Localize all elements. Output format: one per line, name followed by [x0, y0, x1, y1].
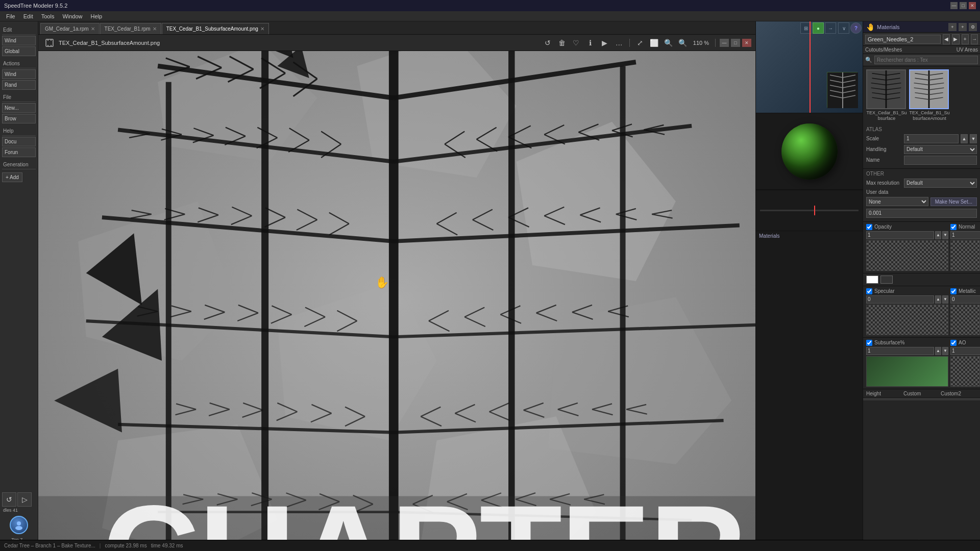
scale-up-btn[interactable]: ▲ — [961, 134, 968, 143]
wind-btn-edit[interactable]: Wind — [2, 36, 36, 45]
browse-btn[interactable]: Brow — [2, 114, 36, 123]
max-res-row: Max resolution Default — [866, 179, 977, 188]
tool-icons-row: ↺ ▷ — [2, 492, 36, 507]
opacity-down-btn[interactable]: ▼ — [942, 231, 948, 239]
none-row: None Make New Set... — [866, 196, 977, 207]
tex-thumb-0-label: TEX_Cedar_B1_Su bsurface — [866, 110, 907, 121]
scale-input[interactable] — [904, 134, 959, 143]
tab-2-close[interactable]: ✕ — [260, 26, 264, 32]
menu-help[interactable]: Help — [87, 12, 107, 20]
mat-transfer-btn[interactable]: → — [971, 34, 978, 44]
opacity-value-input[interactable] — [866, 231, 934, 239]
forum-btn[interactable]: Forun — [2, 147, 36, 157]
normal-value-input[interactable] — [950, 231, 980, 239]
tab-0[interactable]: GM_Cedar_1a.rpm ✕ — [40, 23, 100, 34]
name-input[interactable] — [904, 156, 977, 165]
color-swatch-white[interactable] — [866, 276, 878, 284]
viewer-max-btn[interactable]: □ — [731, 39, 740, 47]
specular-check[interactable] — [866, 288, 872, 294]
viewer-reset-btn[interactable]: ↺ — [542, 37, 554, 48]
tab-1[interactable]: TEX_Cedar_B1.rpm ✕ — [100, 23, 161, 34]
opacity-up-btn[interactable]: ▲ — [935, 231, 941, 239]
mat-add-material-btn[interactable]: + — [962, 34, 969, 44]
name-row: Name — [866, 156, 977, 165]
specular-value-input[interactable] — [866, 295, 934, 304]
normal-title: Normal — [950, 224, 980, 230]
opacity-check[interactable] — [866, 224, 872, 230]
make-new-set-btn[interactable]: Make New Set... — [930, 197, 977, 206]
tab-0-close[interactable]: ✕ — [91, 26, 95, 32]
global-btn[interactable]: Global — [2, 46, 36, 56]
max-res-select[interactable]: Default — [904, 179, 977, 188]
normal-check[interactable] — [950, 224, 957, 230]
maximize-btn[interactable]: □ — [960, 2, 967, 9]
subsurface-check[interactable] — [866, 340, 872, 346]
metallic-value-input[interactable] — [950, 295, 980, 304]
subsurface-value-input[interactable] — [866, 347, 934, 355]
ao-check[interactable] — [950, 340, 957, 346]
timeline-bar[interactable] — [760, 210, 859, 211]
tab-2[interactable]: TEX_Cedar_B1_SubsurfaceAmount.png ✕ — [162, 23, 269, 34]
opacity-normal-channels: Opacity ▲ ▼ Normal ▲ ▼ — [863, 222, 980, 273]
rand-btn[interactable]: Rand — [2, 80, 36, 90]
specular-up-btn[interactable]: ▲ — [935, 295, 941, 304]
panel-resize-handle[interactable] — [863, 398, 980, 400]
texture-image: CHAPTER ⊕ CEDAR TREES 大人素材网 — [38, 51, 755, 551]
viewer-frame-btn[interactable] — [42, 37, 57, 48]
texture-canvas: CHAPTER ⊕ CEDAR TREES 大人素材网 ✋ — [38, 51, 755, 551]
viewer-fullscreen-btn[interactable]: ⬜ — [648, 37, 660, 48]
cutouts-uv-row: Cutouts/Meshes UV Areas — [863, 46, 980, 54]
viewer-zoom-in-btn[interactable]: 🔍 — [677, 37, 689, 48]
tex-thumb-0[interactable]: TEX_Cedar_B1_Su bsurface — [866, 69, 907, 121]
viewer-heart-btn[interactable]: ♡ — [570, 37, 582, 48]
viewer-min-btn[interactable]: — — [720, 39, 729, 47]
material-name-input[interactable] — [865, 35, 941, 44]
none-select[interactable]: None — [866, 197, 928, 206]
metallic-check[interactable] — [950, 288, 957, 294]
add-generation-btn[interactable]: + Add — [2, 172, 22, 182]
vp-arrow-btn[interactable]: → — [825, 22, 836, 34]
tool-icon-1[interactable]: ↺ — [2, 492, 16, 507]
menu-window[interactable]: Window — [58, 12, 86, 20]
viewer-zoom-out-btn[interactable]: 🔍 — [663, 37, 675, 48]
minimize-btn[interactable]: — — [950, 2, 958, 9]
specular-value-row: ▲ ▼ — [866, 295, 948, 304]
mat-name-prev-btn[interactable]: ◀ — [943, 34, 950, 44]
tool-icon-2[interactable]: ▷ — [17, 492, 32, 507]
scale-down-btn[interactable]: ▼ — [970, 134, 977, 143]
mat-settings-btn[interactable]: ⚙ — [969, 23, 977, 31]
status-compute: compute 23.98 ms — [105, 543, 146, 548]
user-data-value-input[interactable] — [866, 209, 977, 218]
viewer-close-btn[interactable]: ✕ — [742, 39, 751, 47]
menu-edit[interactable]: Edit — [19, 12, 37, 20]
texture-search-input[interactable] — [874, 56, 978, 64]
viewer-more-btn[interactable]: … — [613, 37, 625, 48]
handling-select[interactable]: Default — [904, 145, 977, 154]
viewer-expand-btn[interactable]: ⤢ — [634, 37, 646, 48]
specular-down-btn[interactable]: ▼ — [942, 295, 948, 304]
mat-name-next-btn[interactable]: ▶ — [952, 34, 959, 44]
vp-collapse-btn[interactable]: ∨ — [838, 22, 849, 34]
needle-preview-thumb — [827, 72, 857, 108]
menu-file[interactable]: File — [2, 12, 19, 20]
color-swatch-dark[interactable] — [880, 276, 893, 284]
vp-render-btn[interactable]: ● — [813, 22, 824, 34]
mat-pin-btn[interactable]: + — [948, 23, 957, 31]
menu-tools[interactable]: Tools — [37, 12, 59, 20]
docs-btn[interactable]: Docu — [2, 137, 36, 146]
subsurface-up-btn[interactable]: ▲ — [935, 347, 941, 355]
viewer-delete-btn[interactable]: 🗑 — [556, 37, 568, 48]
material-name-bar: ◀ ▶ + → — [863, 33, 980, 46]
main-layout: Edit Wind Global Actions Wind Rand File … — [0, 21, 980, 551]
ao-value-input[interactable] — [950, 347, 980, 355]
subsurface-down-btn[interactable]: ▼ — [942, 347, 948, 355]
new-file-btn[interactable]: New... — [2, 103, 36, 113]
mat-add-btn[interactable]: + — [959, 23, 967, 31]
tex-thumb-1[interactable]: TEX_Cedar_B1_Su bsurfaceAmount — [909, 69, 950, 121]
tab-1-close[interactable]: ✕ — [153, 26, 157, 32]
vp-help-btn[interactable]: ? — [850, 22, 862, 34]
close-btn[interactable]: ✕ — [969, 2, 976, 9]
viewer-play-btn[interactable]: ▶ — [599, 37, 611, 48]
viewer-info-btn[interactable]: ℹ — [584, 37, 597, 48]
wind-btn-actions[interactable]: Wind — [2, 69, 36, 79]
